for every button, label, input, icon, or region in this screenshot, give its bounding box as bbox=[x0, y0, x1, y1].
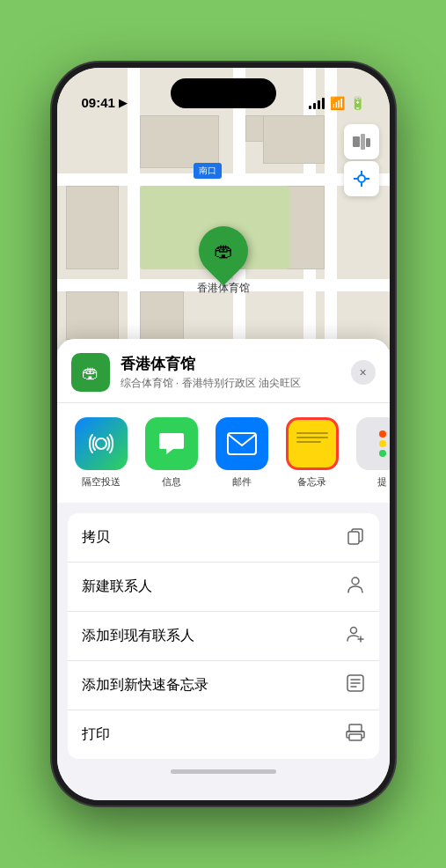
svg-rect-11 bbox=[348, 532, 359, 544]
more-dot-green bbox=[379, 450, 386, 457]
action-quick-note-label: 添加到新快速备忘录 bbox=[82, 676, 208, 695]
building-4 bbox=[66, 186, 119, 269]
share-item-notes[interactable]: 备忘录 bbox=[282, 417, 342, 489]
mail-icon bbox=[216, 417, 268, 470]
home-indicator-area bbox=[57, 769, 390, 774]
svg-rect-21 bbox=[349, 734, 362, 740]
share-item-airdrop[interactable]: 隔空投送 bbox=[71, 417, 131, 489]
svg-point-12 bbox=[352, 577, 359, 585]
action-list: 拷贝 新建联系人 bbox=[68, 513, 379, 759]
venue-name: 香港体育馆 bbox=[121, 354, 340, 374]
more-label: 提 bbox=[377, 475, 387, 489]
venue-pin: 🏟 香港体育馆 bbox=[197, 226, 250, 296]
pin-icon-shape: 🏟 bbox=[188, 216, 258, 285]
map-controls bbox=[344, 124, 379, 196]
notes-icon bbox=[286, 417, 339, 470]
mail-label: 邮件 bbox=[232, 475, 252, 489]
dynamic-island bbox=[171, 78, 276, 108]
notes-line-1 bbox=[296, 432, 328, 434]
more-dot-red bbox=[379, 430, 386, 438]
phone-frame: 09:41 ▶ 📶 🔋 bbox=[52, 63, 395, 805]
action-add-contact-label: 添加到现有联系人 bbox=[82, 627, 194, 645]
action-item-copy[interactable]: 拷贝 bbox=[68, 513, 379, 563]
venue-subtitle: 综合体育馆 · 香港特别行政区 油尖旺区 bbox=[121, 376, 340, 391]
notes-line-2 bbox=[296, 437, 328, 438]
action-item-new-contact[interactable]: 新建联系人 bbox=[68, 563, 379, 612]
svg-rect-20 bbox=[349, 725, 362, 732]
phone-screen: 09:41 ▶ 📶 🔋 bbox=[57, 68, 390, 800]
person-add-icon bbox=[346, 624, 365, 648]
svg-point-13 bbox=[350, 628, 356, 634]
home-indicator bbox=[171, 769, 276, 774]
action-item-add-contact[interactable]: 添加到现有联系人 bbox=[68, 612, 379, 661]
venue-logo: 🏟 bbox=[71, 353, 110, 392]
location-button[interactable] bbox=[344, 161, 379, 196]
notes-line-3 bbox=[296, 441, 321, 443]
battery-icon: 🔋 bbox=[350, 96, 365, 110]
more-dot-yellow bbox=[379, 440, 386, 447]
signal-bars bbox=[309, 98, 325, 109]
svg-rect-2 bbox=[366, 138, 370, 147]
status-icons: 📶 🔋 bbox=[309, 96, 365, 110]
svg-rect-0 bbox=[353, 136, 360, 147]
building-6 bbox=[66, 291, 119, 340]
messages-icon bbox=[145, 417, 198, 470]
venue-info: 香港体育馆 综合体育馆 · 香港特别行政区 油尖旺区 bbox=[121, 354, 340, 391]
airdrop-icon bbox=[75, 417, 128, 470]
print-icon bbox=[346, 723, 365, 747]
location-icon: ▶ bbox=[119, 96, 128, 109]
building-1 bbox=[140, 115, 219, 168]
person-icon bbox=[346, 575, 365, 599]
action-new-contact-label: 新建联系人 bbox=[82, 577, 152, 596]
more-icon bbox=[356, 417, 390, 470]
bottom-sheet: 🏟 香港体育馆 综合体育馆 · 香港特别行政区 油尖旺区 × bbox=[57, 339, 390, 800]
map-type-button[interactable] bbox=[344, 124, 379, 159]
pin-icon-inner: 🏟 bbox=[214, 239, 233, 262]
building-3 bbox=[263, 115, 325, 164]
airdrop-label: 隔空投送 bbox=[82, 475, 121, 489]
action-item-print[interactable]: 打印 bbox=[68, 710, 379, 759]
road-horizontal-1 bbox=[57, 173, 390, 186]
svg-point-8 bbox=[96, 438, 106, 449]
note-icon bbox=[346, 673, 365, 697]
action-print-label: 打印 bbox=[82, 725, 110, 744]
copy-icon bbox=[346, 526, 365, 549]
notes-lines bbox=[296, 432, 328, 443]
share-item-more[interactable]: 提 bbox=[353, 417, 390, 489]
map-label-south-gate: 南口 bbox=[194, 163, 222, 179]
action-copy-label: 拷贝 bbox=[82, 528, 110, 547]
svg-rect-1 bbox=[361, 134, 365, 150]
sheet-header: 🏟 香港体育馆 综合体育馆 · 香港特别行政区 油尖旺区 × bbox=[57, 339, 390, 402]
action-item-quick-note[interactable]: 添加到新快速备忘录 bbox=[68, 661, 379, 710]
close-button[interactable]: × bbox=[351, 360, 376, 385]
share-item-messages[interactable]: 信息 bbox=[142, 417, 201, 489]
wifi-icon: 📶 bbox=[330, 96, 345, 110]
messages-label: 信息 bbox=[162, 475, 181, 489]
notes-label: 备忘录 bbox=[297, 475, 326, 489]
svg-point-3 bbox=[358, 175, 365, 182]
building-7 bbox=[140, 291, 184, 340]
share-row: 隔空投送 信息 bbox=[57, 402, 390, 503]
share-item-mail[interactable]: 邮件 bbox=[212, 417, 272, 489]
status-time: 09:41 bbox=[82, 95, 115, 110]
svg-rect-9 bbox=[228, 433, 256, 454]
